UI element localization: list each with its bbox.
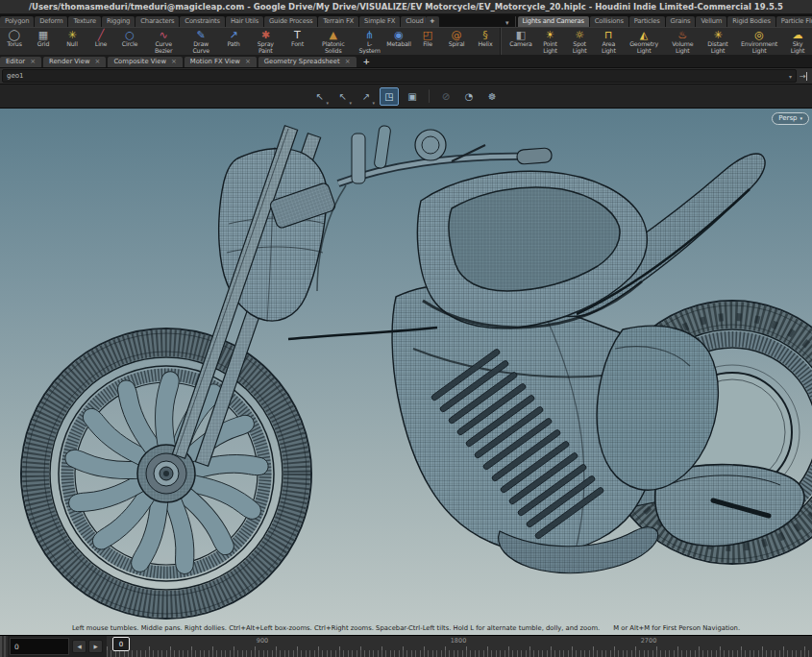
pane-tab[interactable]: Motion FX View ×	[185, 57, 257, 67]
shelf-tab[interactable]: Lights and Cameras	[518, 16, 589, 27]
tool-label: Spray Paint	[251, 41, 280, 55]
scene-viewport[interactable]: Persp ▾ Left mouse tumbles. Middle pans.…	[0, 109, 812, 635]
shelf-tool-button[interactable]: ⋔ L-System	[355, 28, 384, 55]
shelf-tab[interactable]: Cloud FX	[401, 16, 426, 27]
camera-label: Persp	[778, 113, 797, 124]
shelf-tab[interactable]: Rigid Bodies	[727, 16, 775, 27]
shelf-tab[interactable]: Rigging	[102, 16, 135, 27]
shelf-tab[interactable]: Terrain FX	[318, 16, 358, 27]
shelf-tool-button[interactable]: ▲ Platonic Solids	[311, 28, 355, 55]
shelf-tab[interactable]: Vellum	[696, 16, 726, 27]
shelf-tool-button[interactable]: ◯ Torus	[0, 28, 29, 55]
timeline-ruler[interactable]: 0 900 1800 2700	[107, 636, 812, 657]
tool-label: Torus	[7, 41, 22, 48]
viewport-tool-button[interactable]: ⊘	[436, 87, 455, 106]
path-bar: geo1 ▾ →	[0, 67, 812, 84]
shelf-tool-button[interactable]: ✱ Spray Paint	[248, 28, 283, 55]
shelf-tools: ◯ Torus ▦ Grid ✳ Null ╱ Line	[0, 27, 812, 55]
shelf-tab[interactable]: Constraints	[180, 16, 225, 27]
viewport-tool-button[interactable]	[429, 89, 430, 103]
playhead[interactable]: 0	[112, 637, 130, 651]
tool-label: File	[423, 41, 432, 48]
pane-tab[interactable]: Composite View ×	[108, 57, 182, 67]
shelf-tabs-right: Lights and CamerasCollisionsParticlesGra…	[515, 16, 812, 27]
shelf-tool-button[interactable]: ☼ Spot Light	[565, 28, 594, 55]
close-icon[interactable]: ×	[345, 57, 351, 67]
shelf-tool-button[interactable]: ☁ Sky Light	[783, 28, 812, 55]
shelf-tool-button[interactable]: ╱ Line	[86, 28, 115, 55]
shelf-tool-button[interactable]: ✳ Distant Light	[701, 28, 735, 55]
shelf-tool-button[interactable]: ♨ Volume Light	[665, 28, 701, 55]
shelf-tab[interactable]: Polygon	[0, 16, 34, 27]
viewport-tool-button[interactable]: ▣	[403, 87, 422, 106]
add-shelf-tab-button[interactable]: +	[426, 16, 439, 27]
shelf-tool-button[interactable]: ◎ Environment Light	[735, 28, 783, 55]
tool-label: Point Light	[538, 41, 562, 55]
shelf-tool-button[interactable]: ◧ Camera	[506, 28, 535, 55]
camera-menu[interactable]: Persp ▾	[772, 112, 809, 125]
viewport-tool-button[interactable]: ↖ ▾	[310, 87, 330, 106]
shelf-tool-button[interactable]: ◰ File	[413, 28, 442, 55]
shelf-tab[interactable]: Hair Utils	[226, 16, 263, 27]
tool-label: Volume Light	[668, 41, 698, 55]
shelf-tool-button[interactable]: ☀ Point Light	[535, 28, 565, 55]
tool-label: Draw Curve	[185, 41, 216, 55]
pane-tab[interactable]: Geometry Spreadsheet ×	[258, 57, 357, 67]
step-forward-button[interactable]: ▶	[88, 640, 103, 653]
tool-label: Circle	[122, 41, 137, 48]
tool-label: Distant Light	[703, 41, 732, 55]
tool-label: Geometry Light	[626, 41, 661, 55]
front-wheel	[21, 328, 311, 619]
shelf-tool-button[interactable]: ◭ Geometry Light	[623, 28, 664, 55]
close-icon[interactable]: ×	[95, 57, 101, 67]
shelf-overflow-icon[interactable]: ▾	[500, 19, 515, 27]
shelf-tab[interactable]: Simple FX	[359, 16, 400, 27]
shelf-tool-button[interactable]: ∿ Curve Bezier	[144, 28, 183, 55]
timeline: 0 ◀ ▶ 0 900 1800 2700	[0, 635, 812, 657]
viewport-tool-button[interactable]: ◔	[459, 87, 479, 106]
tool-label: Helix	[479, 41, 493, 48]
pane-tab[interactable]: Render View ×	[43, 57, 106, 67]
shelf-tab[interactable]: Collisions	[590, 16, 628, 27]
shelf-tool-button[interactable]: ▦ Grid	[29, 28, 58, 55]
viewport-tool-button[interactable]: ↗ ▾	[357, 87, 376, 106]
shelf-tool-button[interactable]: ✳ Null	[58, 28, 86, 55]
shelf-tool-button[interactable]: ↗ Path	[219, 28, 248, 55]
pin-icon[interactable]: →	[797, 72, 810, 81]
shelf-tab[interactable]: Deform	[35, 16, 67, 27]
shelf-tool-button[interactable]: § Helix	[471, 28, 500, 55]
chevron-down-icon[interactable]: ▾	[789, 73, 792, 80]
viewport-toolbar: ↖ ▾ ↖ ▾ ↗ ▾ ◳ ▣	[0, 84, 812, 109]
tool-label: Environment Light	[738, 41, 780, 55]
timeline-grip[interactable]	[0, 636, 8, 657]
tool-label: Line	[95, 41, 107, 48]
shelf-tool-button[interactable]: ○ Circle	[115, 28, 144, 55]
viewport-tool-button[interactable]: ☸	[482, 87, 502, 106]
add-pane-tab-button[interactable]: +	[358, 57, 376, 67]
shelf-tool-button[interactable]: ✎ Draw Curve	[183, 28, 219, 55]
step-back-button[interactable]: ◀	[72, 640, 86, 653]
timeline-ticks	[107, 650, 812, 657]
shelf-tab[interactable]: Guide Process	[264, 16, 317, 27]
current-frame-field[interactable]: 0	[10, 638, 69, 655]
tool-label: Grid	[37, 41, 49, 48]
node-path-value: geo1	[7, 72, 789, 80]
viewport-tool-button[interactable]: ◳	[380, 87, 399, 106]
shelf-tab[interactable]: Particles	[629, 16, 665, 27]
close-icon[interactable]: ×	[171, 57, 177, 67]
shelf-tab[interactable]: Grains	[666, 16, 696, 27]
node-path-field[interactable]: geo1 ▾	[2, 69, 797, 83]
close-icon[interactable]: ×	[30, 57, 36, 67]
window-title: /Users/thomasmeduri/tmeduri@magicleap.co…	[0, 0, 812, 14]
close-icon[interactable]: ×	[245, 57, 251, 67]
viewport-tool-button[interactable]: ↖ ▾	[333, 87, 353, 106]
shelf-tab[interactable]: Particle Fluids	[776, 16, 812, 27]
shelf-tab[interactable]: Characters	[135, 16, 179, 27]
pane-tab[interactable]: Editor ×	[0, 57, 41, 67]
shelf-tool-button[interactable]: ⊓ Area Light	[594, 28, 623, 55]
shelf-overflow: ▾	[440, 19, 515, 27]
shelf-tab[interactable]: Texture	[68, 16, 100, 27]
shelf-tool-button[interactable]: ◉ Metaball	[384, 28, 413, 55]
shelf-tool-button[interactable]: @ Spiral	[442, 28, 471, 55]
shelf-tool-button[interactable]: T Font	[283, 28, 311, 55]
